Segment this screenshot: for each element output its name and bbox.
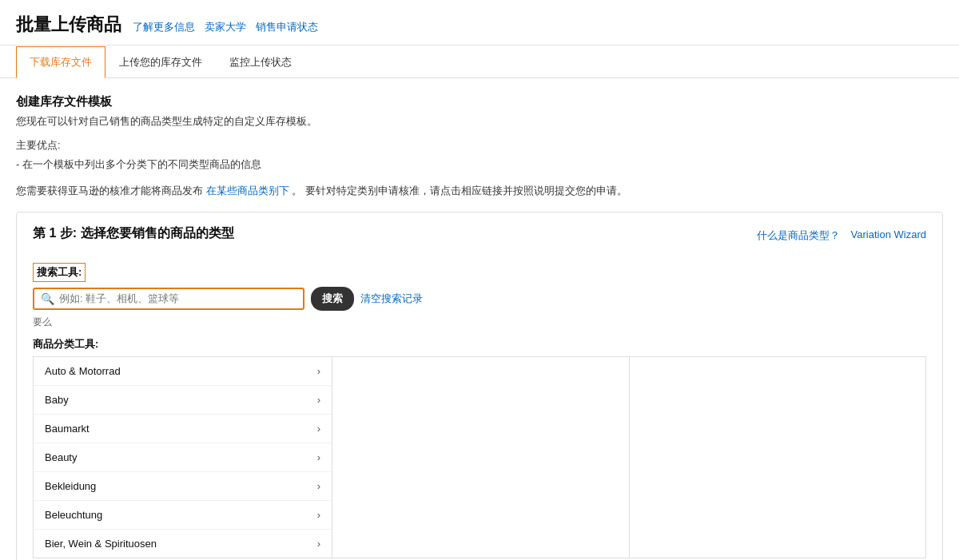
search-input[interactable] <box>59 292 296 304</box>
search-icon: 🔍 <box>41 292 54 305</box>
category-arrow-icon: › <box>317 451 320 463</box>
step1-title: 第 1 步: 选择您要销售的商品的类型 <box>33 225 234 242</box>
learn-more-link[interactable]: 了解更多信息 <box>133 20 195 34</box>
category-item-beleuchtung[interactable]: Beleuchtung › <box>34 501 332 530</box>
category-list: Auto & Motorrad › Baby › Baumarkt › Beau… <box>33 356 332 558</box>
what-is-product-type-link[interactable]: 什么是商品类型？ <box>757 228 840 243</box>
notice-link[interactable]: 在某些商品类别下 <box>206 185 289 197</box>
search-input-wrapper: 🔍 <box>33 288 304 310</box>
category-name: Baby <box>45 394 69 406</box>
category-name: Bier, Wein & Spirituosen <box>45 538 157 550</box>
main-content: 创建库存文件模板 您现在可以针对自己销售的商品类型生成特定的自定义库存模板。 主… <box>0 78 959 560</box>
category-name: Beleuchtung <box>45 509 102 521</box>
search-tool-label: 搜索工具: <box>33 263 86 282</box>
step1-box: 第 1 步: 选择您要销售的商品的类型 什么是商品类型？ Variation W… <box>16 212 943 561</box>
category-columns: Auto & Motorrad › Baby › Baumarkt › Beau… <box>33 356 926 558</box>
highlight-item-0: - 在一个模板中列出多个分类下的不同类型商品的信息 <box>16 157 943 172</box>
tab-upload[interactable]: 上传您的库存文件 <box>105 46 216 78</box>
search-section: 搜索工具: 🔍 搜索 清空搜索记录 要么 <box>33 263 926 329</box>
section-desc: 您现在可以针对自己销售的商品类型生成特定的自定义库存模板。 <box>16 114 943 129</box>
yaomu-hint: 要么 <box>33 316 926 329</box>
category-name: Auto & Motorrad <box>45 365 121 377</box>
category-arrow-icon: › <box>317 423 320 435</box>
category-arrow-icon: › <box>317 509 320 521</box>
seller-university-link[interactable]: 卖家大学 <box>205 20 246 34</box>
tab-navigation: 下载库存文件 上传您的库存文件 监控上传状态 <box>0 46 959 78</box>
tab-monitor[interactable]: 监控上传状态 <box>216 46 305 78</box>
category-arrow-icon: › <box>317 480 320 492</box>
category-item-bier[interactable]: Bier, Wein & Spirituosen › <box>34 530 332 558</box>
notice-after: 。 要针对特定类别申请核准，请点击相应链接并按照说明提交您的申请。 <box>292 185 627 197</box>
variation-wizard-link[interactable]: Variation Wizard <box>851 228 926 243</box>
page-title: 批量上传商品 <box>16 13 121 37</box>
category-tool-label: 商品分类工具: <box>33 337 926 351</box>
category-item-baumarkt[interactable]: Baumarkt › <box>34 415 332 443</box>
category-name: Baumarkt <box>45 423 90 435</box>
category-tool: 商品分类工具: Auto & Motorrad › Baby › Baumark… <box>33 337 926 558</box>
category-col-2 <box>332 356 630 558</box>
highlights-label: 主要优点: <box>16 138 943 153</box>
category-arrow-icon: › <box>317 538 320 550</box>
category-name: Beauty <box>45 451 77 463</box>
top-right-links: 什么是商品类型？ Variation Wizard <box>757 228 926 243</box>
category-item-bekleidung[interactable]: Bekleidung › <box>34 472 332 501</box>
notice-text: 您需要获得亚马逊的核准才能将商品发布 在某些商品类别下 。 要针对特定类别申请核… <box>16 183 943 199</box>
step1-header: 第 1 步: 选择您要销售的商品的类型 什么是商品类型？ Variation W… <box>33 225 926 255</box>
category-name: Bekleidung <box>45 480 96 492</box>
category-item-beauty[interactable]: Beauty › <box>34 443 332 472</box>
section-title: 创建库存文件模板 <box>16 94 943 109</box>
notice-before: 您需要获得亚马逊的核准才能将商品发布 <box>16 185 203 197</box>
search-button[interactable]: 搜索 <box>311 287 354 311</box>
page-header: 批量上传商品 了解更多信息 卖家大学 销售申请状态 <box>0 0 959 46</box>
header-links: 了解更多信息 卖家大学 销售申请状态 <box>133 20 318 34</box>
category-item-auto[interactable]: Auto & Motorrad › <box>34 357 332 386</box>
tab-download[interactable]: 下载库存文件 <box>16 46 105 78</box>
search-row: 🔍 搜索 清空搜索记录 <box>33 287 926 311</box>
category-arrow-icon: › <box>317 394 320 406</box>
category-arrow-icon: › <box>317 365 320 377</box>
category-item-baby[interactable]: Baby › <box>34 386 332 415</box>
category-col-3 <box>630 356 927 558</box>
clear-search-link[interactable]: 清空搜索记录 <box>360 292 423 306</box>
sales-request-link[interactable]: 销售申请状态 <box>256 20 318 34</box>
